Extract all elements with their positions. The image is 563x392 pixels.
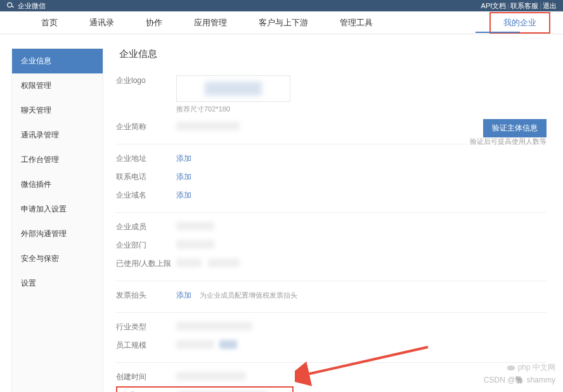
top-header: 企业微信 API文档 | 联系客服 | 退出 [0,0,563,11]
row-name: 企业简称 验证主体信息 验证后可提高使用人数等 [116,118,547,136]
content-panel: 企业信息 企业logo 推荐尺寸702*180 企业简称 验证主体信息 验证后可… [110,48,547,392]
sidebar-item-external-comm[interactable]: 外部沟通管理 [12,222,103,246]
sidebar: 企业信息 权限管理 聊天管理 通讯录管理 工作台管理 微信插件 申请加入设置 外… [11,48,103,392]
nav-tools[interactable]: 管理工具 [324,11,389,34]
verify-button[interactable]: 验证主体信息 [483,119,547,137]
sidebar-item-workbench[interactable]: 工作台管理 [12,148,103,172]
sidebar-item-join-settings[interactable]: 申请加入设置 [12,197,103,222]
sidebar-item-security[interactable]: 安全与保密 [12,246,103,271]
php-logo-icon [507,364,515,372]
header-links: API文档 | 联系客服 | 退出 [481,1,557,11]
sidebar-item-settings[interactable]: 设置 [12,271,103,296]
label-dept: 企业部门 [116,240,176,251]
nav-home[interactable]: 首页 [25,11,74,34]
svg-line-2 [304,347,428,375]
verify-hint: 验证后可提高使用人数等 [470,137,547,146]
add-address-link[interactable]: 添加 [176,154,191,163]
annotation-arrow-icon [295,342,434,386]
label-createtime: 创建时间 [116,372,176,383]
invoice-hint: 为企业成员配置增值税发票抬头 [200,291,297,299]
svg-point-3 [507,365,515,370]
label-phone: 联系电话 [116,172,176,182]
row-phone: 联系电话 添加 [116,168,547,186]
row-dept: 企业部门 [116,236,547,255]
sidebar-item-chat[interactable]: 聊天管理 [12,98,103,123]
row-invoice: 发票抬头 添加 为企业成员配置增值税发票抬头 [116,286,547,305]
row-domain: 企业域名 添加 [116,186,547,205]
sidebar-item-permissions[interactable]: 权限管理 [12,73,103,98]
svg-point-0 [8,3,12,7]
row-address: 企业地址 添加 [116,149,547,168]
add-invoice-link[interactable]: 添加 [176,291,191,300]
label-scale: 员工规模 [116,340,176,351]
watermark-csdn: CSDN @🐘 shammy [484,376,555,384]
logo-hint: 推荐尺寸702*180 [176,104,547,114]
logout-link[interactable]: 退出 [543,1,557,11]
wecom-logo-icon [6,1,15,10]
nav-contacts[interactable]: 通讯录 [74,11,130,34]
label-members: 企业成员 [116,222,176,232]
nav-customers[interactable]: 客户与上下游 [243,11,324,34]
row-industry: 行业类型 [116,318,547,336]
sidebar-item-enterprise-info[interactable]: 企业信息 [12,49,103,73]
nav-apps[interactable]: 应用管理 [178,11,243,34]
label-industry: 行业类型 [116,322,176,332]
api-doc-link[interactable]: API文档 [481,1,507,11]
page-title: 企业信息 [116,48,547,60]
label-domain: 企业域名 [116,190,176,201]
row-members: 企业成员 [116,218,547,236]
label-address: 企业地址 [116,153,176,164]
brand: 企业微信 [6,1,46,11]
label-name: 企业简称 [116,122,176,132]
sidebar-item-wechat-plugin[interactable]: 微信插件 [12,172,103,197]
nav-collab[interactable]: 协作 [130,11,178,34]
row-used: 已使用/人数上限 [116,255,547,273]
watermark-phpcn: php 中文网 [507,362,555,373]
sidebar-item-contacts[interactable]: 通讯录管理 [12,123,103,148]
add-domain-link[interactable]: 添加 [176,191,191,199]
main-nav: 首页 通讯录 协作 应用管理 客户与上下游 管理工具 我的企业 [0,11,563,34]
row-logo: 企业logo 推荐尺寸702*180 [116,72,547,118]
brand-text: 企业微信 [18,1,46,11]
nav-myenterprise[interactable]: 我的企业 [489,12,550,34]
corpid-highlight-box: 企业ID [116,386,294,392]
logo-preview[interactable] [176,75,290,102]
label-invoice: 发票抬头 [116,290,176,301]
add-phone-link[interactable]: 添加 [176,172,191,181]
label-used: 已使用/人数上限 [116,258,176,269]
support-link[interactable]: 联系客服 [510,1,538,11]
label-logo: 企业logo [116,75,176,86]
